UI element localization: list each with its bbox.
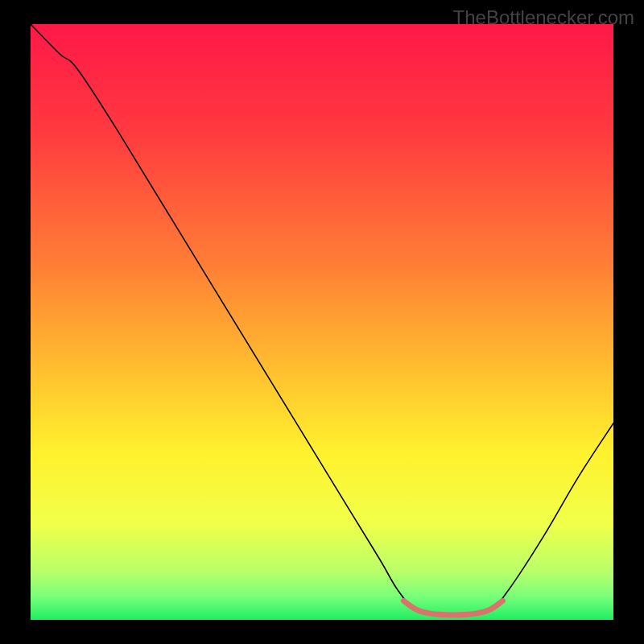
- chart-area: [31, 24, 613, 620]
- bottleneck-chart: [31, 24, 613, 620]
- watermark-text: TheBottlenecker.com: [453, 6, 634, 29]
- gradient-background: [31, 24, 613, 620]
